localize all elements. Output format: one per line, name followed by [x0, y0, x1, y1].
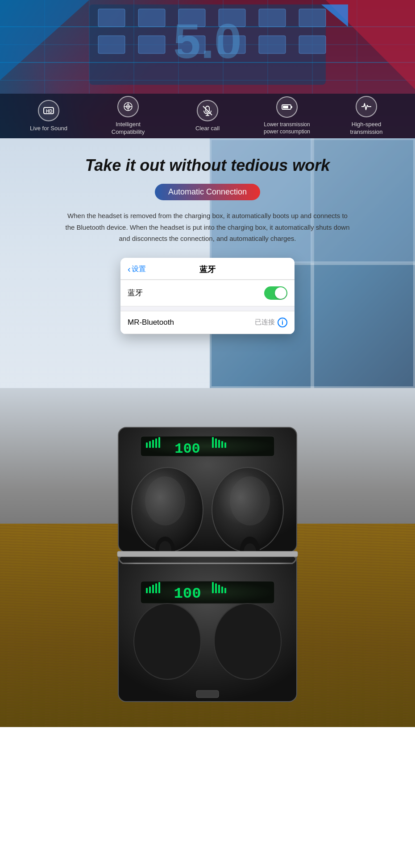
ios-back-button[interactable]: ‹ 设置 — [128, 264, 146, 274]
ios-back-label: 设置 — [132, 265, 146, 274]
svg-rect-85 — [117, 551, 298, 557]
svg-point-82 — [134, 603, 201, 679]
network-icon-circle — [117, 96, 139, 117]
ios-devices-section: MR-Bluetooth 已连接 i — [120, 311, 295, 334]
feature-label-live-sound: Live for Sound — [30, 125, 67, 132]
svg-rect-51 — [149, 441, 151, 448]
svg-rect-84 — [196, 690, 219, 698]
ios-header: ‹ 设置 蓝牙 — [120, 258, 295, 280]
svg-rect-13 — [98, 9, 125, 27]
svg-rect-20 — [138, 36, 165, 54]
ios-title: 蓝牙 — [199, 264, 216, 275]
product-section: 100 — [0, 388, 415, 727]
svg-rect-71 — [146, 588, 148, 593]
hd-icon: HD — [43, 105, 54, 116]
ios-settings-mockup: ‹ 设置 蓝牙 蓝牙 MR-Bluetooth 已连接 — [120, 258, 295, 334]
ios-bluetooth-row: 蓝牙 — [120, 280, 295, 306]
svg-rect-75 — [158, 582, 160, 593]
svg-point-83 — [214, 603, 281, 679]
wave-icon-circle — [356, 96, 377, 117]
svg-text:HD: HD — [46, 109, 52, 114]
auto-connection-content: Take it out without tedious work Automat… — [27, 156, 388, 334]
ios-divider — [120, 306, 295, 311]
svg-point-66 — [230, 476, 270, 525]
svg-rect-74 — [155, 583, 157, 593]
feature-lower-transmission: Lower transmission power consumption — [258, 96, 316, 135]
mic-icon-circle — [197, 100, 218, 121]
main-headline: Take it out without tedious work — [27, 156, 388, 175]
mic-slash-icon — [202, 105, 213, 116]
svg-text:100: 100 — [174, 441, 200, 457]
auto-connection-badge: Automatic Connection — [155, 184, 260, 200]
svg-point-62 — [145, 476, 185, 525]
feature-label-clear-call: Clear call — [195, 125, 220, 132]
svg-rect-81 — [224, 588, 226, 593]
svg-rect-54 — [158, 437, 160, 448]
svg-text:100: 100 — [174, 585, 201, 602]
svg-rect-41 — [283, 106, 288, 108]
auto-description: When the headset is removed from the cha… — [65, 210, 350, 244]
svg-rect-57 — [215, 438, 217, 448]
svg-text:5.0: 5.0 — [174, 13, 242, 68]
svg-rect-80 — [221, 587, 223, 593]
ios-connected-status: 已连接 i — [255, 318, 287, 327]
svg-rect-72 — [149, 587, 151, 593]
ios-info-icon[interactable]: i — [278, 318, 287, 327]
back-chevron-icon: ‹ — [128, 264, 131, 274]
feature-clear-call: Clear call — [178, 100, 237, 132]
features-bar: HD Live for Sound Intelligent Compatibil… — [0, 94, 415, 138]
svg-rect-70 — [141, 581, 274, 603]
svg-rect-40 — [291, 106, 292, 108]
network-icon — [122, 101, 134, 112]
heartbeat-icon — [361, 101, 372, 112]
top-banner: 5.0 HD Live for Sound — [0, 0, 415, 138]
svg-rect-56 — [212, 437, 214, 448]
svg-rect-59 — [221, 441, 223, 448]
toggle-knob — [275, 287, 286, 299]
feature-high-speed: High-speed transmission — [337, 96, 395, 136]
svg-rect-73 — [152, 585, 154, 593]
hd-icon-circle: HD — [38, 100, 59, 121]
ios-bluetooth-label: 蓝牙 — [128, 288, 143, 298]
product-image-container: 100 — [96, 423, 319, 727]
svg-rect-49 — [141, 436, 274, 456]
battery-icon-circle — [276, 96, 298, 118]
svg-rect-78 — [215, 583, 217, 593]
svg-rect-60 — [224, 442, 226, 448]
svg-rect-77 — [212, 582, 214, 593]
feature-label-intelligent: Intelligent Compatibility — [99, 121, 157, 136]
ios-connected-label: 已连接 — [255, 318, 275, 327]
auto-connection-section: Take it out without tedious work Automat… — [0, 138, 415, 388]
svg-rect-23 — [259, 36, 286, 54]
svg-rect-79 — [218, 585, 220, 593]
feature-live-sound: HD Live for Sound — [20, 100, 78, 132]
ios-device-name: MR-Bluetooth — [128, 318, 174, 327]
svg-rect-52 — [152, 440, 154, 448]
svg-rect-24 — [299, 36, 326, 54]
svg-rect-58 — [218, 440, 220, 448]
feature-intelligent: Intelligent Compatibility — [99, 96, 157, 136]
ios-bluetooth-toggle[interactable] — [264, 286, 287, 300]
svg-rect-18 — [299, 9, 326, 27]
feature-label-high-speed: High-speed transmission — [337, 121, 395, 136]
svg-rect-53 — [155, 438, 157, 448]
earbuds-product-svg: 100 — [96, 423, 319, 726]
feature-label-lower-transmission: Lower transmission power consumption — [258, 121, 316, 135]
svg-rect-17 — [259, 9, 286, 27]
svg-rect-19 — [98, 36, 125, 54]
svg-rect-50 — [146, 442, 148, 448]
ios-device-row[interactable]: MR-Bluetooth 已连接 i — [120, 311, 295, 334]
ios-bluetooth-section: 蓝牙 — [120, 280, 295, 306]
svg-rect-14 — [138, 9, 165, 27]
battery-icon — [281, 101, 293, 113]
